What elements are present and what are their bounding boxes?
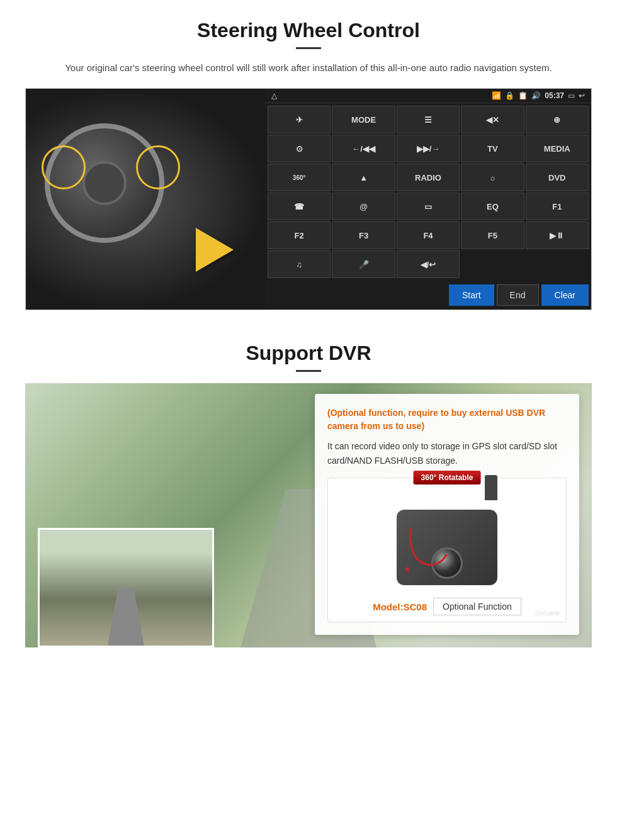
rotatable-badge: 360° Rotatable — [414, 471, 481, 484]
highlight-circle-right — [136, 145, 180, 189]
steering-description: Your original car's steering wheel contr… — [50, 60, 567, 76]
status-icons: △ — [271, 91, 277, 100]
model-label: Model:SC08 — [373, 602, 427, 612]
btn-eq[interactable]: EQ — [461, 193, 524, 220]
sim-icon: 📋 — [518, 91, 528, 100]
status-time: 05:37 — [545, 91, 564, 100]
dvr-body-text: It can record video only to storage in G… — [327, 439, 567, 468]
btn-back-audio[interactable]: ◀/↩ — [397, 250, 460, 278]
steering-image — [26, 89, 265, 310]
audio-icon: 🔊 — [531, 91, 541, 100]
dvr-info-box: (Optional function, require to buy exter… — [315, 394, 579, 635]
start-button[interactable]: Start — [449, 284, 494, 306]
btn-next[interactable]: ▶▶/→ — [397, 135, 460, 162]
dvr-title: Support DVR — [25, 342, 592, 365]
btn-f2[interactable]: F2 — [268, 221, 331, 249]
btn-mute[interactable]: ◀✕ — [461, 106, 524, 133]
btn-f5[interactable]: F5 — [461, 221, 524, 249]
btn-mic[interactable]: 🎤 — [332, 250, 395, 278]
btn-360[interactable]: 360° — [268, 164, 331, 191]
btn-browser[interactable]: @ — [332, 193, 395, 220]
dvr-title-divider — [296, 370, 321, 372]
btn-eject[interactable]: ▲ — [332, 164, 395, 191]
btn-prev[interactable]: ←/◀◀ — [332, 135, 395, 162]
watermark: Seicane — [535, 609, 560, 617]
btn-f4[interactable]: F4 — [397, 221, 460, 249]
btn-f1[interactable]: F1 — [526, 193, 589, 220]
btn-mirror[interactable]: ▭ — [397, 193, 460, 220]
dvr-optional-text: (Optional function, require to buy exter… — [327, 406, 567, 433]
btn-playpause[interactable]: ▶⏸ — [526, 221, 589, 249]
btn-music[interactable]: ♫ — [268, 250, 331, 278]
steering-content-area: △ 📶 🔒 📋 🔊 05:37 ▭ ↩ ✈ MODE ☰ ◀✕ — [25, 88, 592, 310]
status-bar: △ 📶 🔒 📋 🔊 05:37 ▭ ↩ — [265, 89, 591, 103]
button-grid: ✈ MODE ☰ ◀✕ ⊕ ⊙ ←/◀◀ ▶▶/→ TV MEDIA 360° … — [265, 103, 591, 281]
status-right-icons: 📶 🔒 📋 🔊 05:37 ▭ ↩ — [492, 91, 585, 100]
lock-icon: 🔒 — [505, 91, 514, 100]
yellow-arrow-icon — [196, 228, 234, 272]
arc-arrow-tip — [404, 566, 409, 573]
home-icon: △ — [271, 91, 277, 100]
bottom-actions: Start End Clear — [265, 281, 591, 310]
wheel-hub — [82, 161, 127, 205]
dvr-thumb-bg — [40, 530, 212, 646]
wifi-icon: 📶 — [492, 91, 501, 100]
btn-media[interactable]: MEDIA — [526, 135, 589, 162]
end-button[interactable]: End — [497, 284, 539, 306]
btn-mode[interactable]: MODE — [332, 106, 395, 133]
btn-brightness[interactable]: ☼ — [461, 164, 524, 191]
dvr-thumbnail — [38, 528, 214, 647]
dvr-camera-box: 360° Rotatable Seicane Model:SC08 Option… — [327, 478, 567, 622]
window-icon: ▭ — [568, 91, 575, 100]
steering-section: Steering Wheel Control Your original car… — [0, 0, 617, 323]
btn-settings[interactable]: ⊙ — [268, 135, 331, 162]
steering-title: Steering Wheel Control — [25, 19, 592, 42]
back-icon: ↩ — [579, 91, 585, 100]
dvr-model-row: Model:SC08 Optional Function — [373, 598, 521, 615]
btn-tv[interactable]: TV — [461, 135, 524, 162]
btn-menu[interactable]: ☰ — [397, 106, 460, 133]
btn-f3[interactable]: F3 — [332, 221, 395, 249]
highlight-circle-left — [42, 145, 86, 189]
btn-call[interactable]: ☎ — [268, 193, 331, 220]
btn-radio[interactable]: RADIO — [397, 164, 460, 191]
dvr-section: Support DVR (Optional function, require … — [0, 323, 617, 673]
button-grid-panel: △ 📶 🔒 📋 🔊 05:37 ▭ ↩ ✈ MODE ☰ ◀✕ — [265, 89, 591, 310]
optional-function-button[interactable]: Optional Function — [433, 598, 521, 615]
btn-dvd[interactable]: DVD — [526, 164, 589, 191]
clear-button[interactable]: Clear — [541, 284, 589, 306]
title-divider — [296, 47, 321, 49]
btn-apps[interactable]: ⊕ — [526, 106, 589, 133]
dvr-main-image: (Optional function, require to buy exter… — [25, 383, 592, 647]
btn-nav[interactable]: ✈ — [268, 106, 331, 133]
camera-mount — [485, 475, 497, 500]
